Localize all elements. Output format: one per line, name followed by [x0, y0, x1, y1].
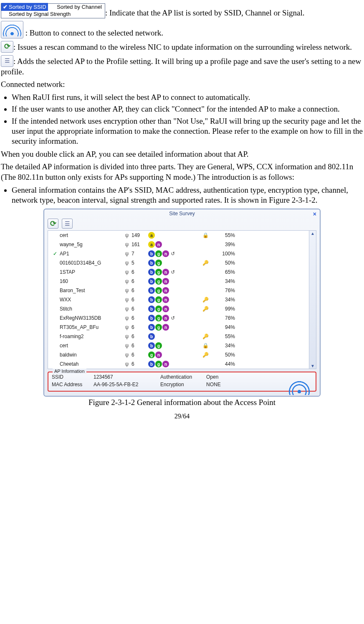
ap-list-row[interactable]: certψ6bg🔒34% — [48, 341, 309, 350]
ap-signal-cell: 99% — [212, 306, 238, 312]
ap-ssid-cell: Baron_Test — [60, 288, 122, 293]
ap-channel-cell: 6 — [131, 343, 148, 349]
ap-info-legend: AP Information — [53, 369, 86, 374]
ap-signal-cell: 76% — [212, 315, 238, 321]
connected-bullet-2: If the intended network uses encryption … — [12, 116, 363, 147]
mode-n-icon: n — [155, 351, 162, 358]
mode-b-icon: b — [148, 296, 155, 303]
ap-signal-cell: 44% — [212, 361, 238, 367]
ap-modes-cell: bgn — [148, 306, 198, 312]
ap-modes-cell: gn — [148, 351, 198, 358]
sort-option-signal: ✔Sorted by Signal Strength — [1, 10, 72, 18]
ap-modes-cell: bgn — [148, 361, 198, 367]
ap-signal-cell: 39% — [212, 242, 238, 247]
mode-b-icon: b — [148, 342, 155, 349]
ap-channel-cell: 6 — [131, 361, 148, 367]
mode-g-icon: g — [155, 296, 162, 303]
ap-modes-cell: bgn — [148, 287, 198, 294]
sort-dropdown-image: ✔Sorted by SSID ✔Sorted by Channel ✔Sort… — [1, 3, 105, 18]
ap-list-row[interactable]: f-roaming2ψ6b🔑55% — [48, 332, 309, 341]
site-survey-list: certψ149a🔒55%wayne_5gψ161an39%✓AP1ψ7bgn↺… — [48, 230, 316, 369]
mode-n-icon: n — [162, 278, 169, 285]
ap-list-row[interactable]: WXXψ6bgn🔑34% — [48, 295, 309, 304]
ap-auth-value: Open — [206, 374, 235, 380]
general-bullet: General information contains the AP's SS… — [12, 185, 363, 206]
lock-icon: 🔒 — [198, 232, 212, 238]
mode-n-icon: n — [155, 241, 162, 248]
toolbar-addprof-icon[interactable] — [62, 219, 73, 229]
mode-n-icon: n — [162, 315, 169, 321]
ap-list-row[interactable]: Baron_Testψ6bgn76% — [48, 286, 309, 295]
ap-list-row[interactable]: 001601D314B4_Gψ5bg🔑50% — [48, 258, 309, 267]
connected-check-icon: ✓ — [51, 251, 60, 257]
ap-channel-cell: 6 — [131, 269, 148, 275]
mode-g-icon: g — [155, 306, 162, 312]
addprof-desc-text: : Adds the selected AP to the Profile se… — [1, 57, 361, 76]
antenna-icon: ψ — [122, 288, 131, 293]
connect-desc-paragraph: : Button to connect to the selected netw… — [1, 21, 363, 38]
mode-g-icon: g — [155, 315, 162, 321]
ap-channel-cell: 6 — [131, 297, 148, 303]
ap-signal-cell: 55% — [212, 334, 238, 339]
add-profile-icon — [1, 55, 13, 67]
sort-desc-text: : Indicate that the AP list is sorted by… — [105, 8, 304, 17]
ap-list-row[interactable]: ExRegNW3135DBψ6bgn↺76% — [48, 313, 309, 323]
double-click-paragraph: When you double click an AP, you can see… — [1, 149, 363, 160]
rescan-icon — [1, 41, 13, 53]
ap-list-row[interactable]: certψ149a🔒55% — [48, 231, 309, 240]
mode-a-icon: a — [148, 232, 155, 239]
ap-ssid-value: 1234567 — [94, 374, 160, 380]
antenna-icon: ψ — [122, 361, 131, 367]
ap-list-row[interactable]: 160ψ6bgn34% — [48, 277, 309, 286]
ap-ssid-label: SSID — [52, 374, 94, 380]
connected-list: When RaUI first runs, it will select the… — [1, 92, 363, 147]
mode-g-icon: g — [155, 260, 162, 266]
key-icon: 🔑 — [198, 334, 212, 339]
mode-g-icon: g — [148, 351, 155, 358]
ap-signal-cell: 100% — [212, 251, 238, 257]
ap-mac-value: AA-96-25-5A-FB-E2 — [94, 382, 160, 387]
key-icon: 🔑 — [198, 352, 212, 358]
site-survey-title: Site Survey — [169, 211, 195, 216]
ap-list-row[interactable]: Stitchψ6bgn🔑99% — [48, 304, 309, 313]
antenna-icon: ψ — [122, 297, 131, 303]
close-icon[interactable]: × — [313, 211, 316, 217]
mode-n-icon: n — [162, 287, 169, 294]
ap-ssid-cell: Cheetah — [60, 361, 122, 367]
mode-g-icon: g — [155, 287, 162, 294]
ap-ssid-cell: f-roaming2 — [60, 334, 122, 339]
scroll-down-icon[interactable]: ▼ — [311, 363, 315, 369]
mode-b-icon: b — [148, 315, 155, 321]
ap-enc-label: Encryption — [160, 382, 206, 387]
toolbar-rescan-icon[interactable] — [48, 219, 58, 229]
mode-b-icon: b — [148, 278, 155, 285]
connected-bullet-0: When RaUI first runs, it will select the… — [12, 92, 363, 102]
ap-list-row[interactable]: ✓AP1ψ7bgn↺100% — [48, 249, 309, 258]
mode-g-icon: g — [155, 324, 162, 331]
ap-channel-cell: 6 — [131, 324, 148, 330]
scrollbar[interactable]: ▲ ▼ — [309, 231, 316, 369]
scroll-up-icon[interactable]: ▲ — [311, 231, 315, 236]
ap-ssid-cell: Stitch — [60, 306, 122, 312]
ap-list-row[interactable]: RT305x_AP_BFuψ6bgn94% — [48, 323, 309, 332]
page-number: 29/64 — [1, 412, 363, 421]
sort-option-ssid-label: Sorted by SSID — [9, 4, 46, 10]
key-icon: 🔑 — [198, 297, 212, 303]
mode-n-icon: n — [162, 250, 169, 257]
detail-parts-paragraph: The detailed AP information is divided i… — [1, 162, 363, 182]
ap-list-row[interactable]: Cheetahψ6bgn44% — [48, 359, 309, 369]
ap-channel-cell: 6 — [131, 352, 148, 358]
mode-n-icon: n — [162, 296, 169, 303]
ap-list-row[interactable]: baldwinψ6gn🔑50% — [48, 350, 309, 359]
ap-list-row[interactable]: wayne_5gψ161an39% — [48, 240, 309, 249]
ap-signal-cell: 65% — [212, 269, 238, 275]
ap-ssid-cell: RT305x_AP_BFu — [60, 324, 122, 330]
ap-list-row[interactable]: 1STAPψ6bgn↺65% — [48, 267, 309, 277]
antenna-icon: ψ — [122, 334, 131, 339]
mode-a-icon: a — [148, 241, 155, 248]
wps-icon: ↺ — [169, 250, 176, 257]
ap-modes-cell: bgn↺ — [148, 250, 198, 257]
antenna-icon: ψ — [122, 269, 131, 275]
ap-channel-cell: 5 — [131, 260, 148, 266]
ap-signal-cell: 50% — [212, 352, 238, 358]
